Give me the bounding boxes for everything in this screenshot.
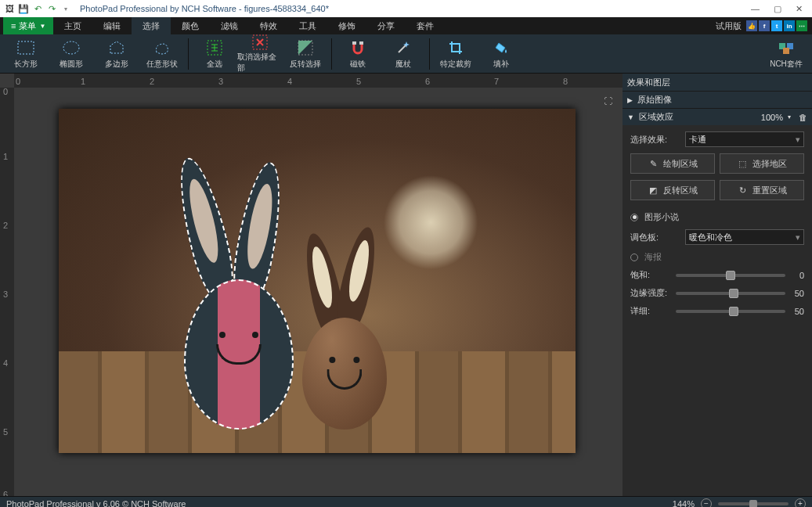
chevron-down-icon[interactable]: ▾ — [788, 113, 791, 120]
ruler-tick: 8 — [563, 77, 568, 86]
toolbar: 长方形 椭圆形 多边形 任意形状 全选 取消选择全部 反转选择 磁铁 魔杖 特定… — [0, 34, 812, 74]
brush-icon: ✎ — [648, 158, 659, 169]
palette-label: 调色板: — [630, 232, 679, 243]
chevron-down-icon: ▼ — [39, 23, 45, 30]
tool-magnet[interactable]: 磁铁 — [335, 35, 381, 73]
ruler-horizontal: 0 1 2 3 4 5 6 7 8 — [14, 74, 623, 88]
radio-label: 图形小说 — [644, 211, 679, 223]
menu-share[interactable]: 分享 — [366, 17, 406, 34]
minimize-button[interactable]: — — [751, 4, 760, 14]
select-area-button[interactable]: ⬚选择地区 — [720, 153, 804, 174]
draw-region-button[interactable]: ✎绘制区域 — [630, 153, 715, 174]
effect-label: 选择效果: — [630, 134, 679, 146]
tool-nch-suite[interactable]: NCH套件 — [763, 35, 809, 73]
tool-crop[interactable]: 特定裁剪 — [433, 35, 478, 73]
menu-fx[interactable]: 特效 — [249, 17, 288, 34]
menu-select[interactable]: 选择 — [132, 17, 171, 34]
detail-slider[interactable] — [676, 310, 785, 313]
svg-point-1 — [63, 41, 79, 54]
zoom-slider[interactable] — [718, 502, 789, 505]
share-icon[interactable]: ⋯ — [796, 20, 807, 31]
tool-fill[interactable]: 填补 — [478, 35, 524, 73]
menu-home[interactable]: 主页 — [53, 17, 92, 34]
menu-color[interactable]: 颜色 — [171, 17, 210, 34]
tool-polygon[interactable]: 多边形 — [94, 35, 139, 73]
tool-label: 填补 — [493, 59, 509, 70]
save-icon[interactable]: 💾 — [17, 2, 30, 15]
expand-icon[interactable]: ⛶ — [601, 94, 615, 108]
tool-label: NCH套件 — [770, 59, 803, 70]
reset-region-button[interactable]: ↻重置区域 — [720, 180, 804, 200]
slider-value: 50 — [790, 289, 804, 298]
title-bar: 🖼 💾 ↶ ↷ ▾ PhotoPad Professional by NCH S… — [0, 0, 812, 17]
trash-icon[interactable]: 🗑 — [799, 113, 807, 122]
tool-selectall[interactable]: 全选 — [192, 35, 237, 73]
panel-body: 选择效果: 卡通 ✎绘制区域 ⬚选择地区 ◩反转区域 ↻重置区域 图形小说 调色… — [623, 125, 812, 323]
tool-rect[interactable]: 长方形 — [3, 35, 49, 73]
redo-icon[interactable]: ↷ — [45, 2, 58, 15]
main-menu-button[interactable]: ≡ 菜单 ▼ — [3, 17, 53, 34]
tool-wand[interactable]: 魔杖 — [381, 35, 426, 73]
button-label: 反转区域 — [663, 185, 698, 196]
effect-select[interactable]: 卡通 — [685, 131, 804, 147]
zoom-in-button[interactable]: + — [795, 498, 806, 508]
menu-retouch[interactable]: 修饰 — [327, 17, 366, 34]
toolbar-separator — [188, 38, 189, 70]
facebook-icon[interactable]: f — [759, 20, 770, 31]
ruler-tick: 2 — [3, 221, 8, 230]
tool-freeform[interactable]: 任意形状 — [139, 35, 185, 73]
marquee-icon: ⬚ — [737, 158, 748, 169]
close-button[interactable]: ✕ — [796, 4, 803, 14]
ruler-tick: 6 — [425, 77, 430, 86]
ruler-tick: 1 — [3, 152, 8, 161]
rabbit-small — [278, 226, 411, 430]
ruler-tick: 0 — [16, 77, 20, 86]
menu-filter[interactable]: 滤镜 — [210, 17, 249, 34]
zoom-percent: 144% — [673, 499, 695, 508]
social-icons: 👍 f t in ⋯ — [746, 20, 807, 31]
quick-access-toolbar: 🖼 💾 ↶ ↷ ▾ — [3, 2, 72, 15]
tool-label: 任意形状 — [146, 59, 178, 70]
slider-value: 0 — [790, 271, 804, 280]
window-title: PhotoPad Professional by NCH Software - … — [80, 4, 329, 13]
radio-graphic-novel[interactable] — [630, 214, 638, 221]
saturation-slider[interactable] — [676, 274, 785, 277]
ruler-tick: 3 — [3, 289, 8, 299]
tool-label: 磁铁 — [350, 59, 366, 70]
tool-deselect[interactable]: 取消选择全部 — [237, 35, 283, 73]
twitter-icon[interactable]: t — [771, 20, 782, 31]
menu-label: 菜单 — [19, 20, 36, 32]
workspace: 0 1 2 3 4 5 6 7 8 0 1 2 3 4 5 6 ⛶ — [0, 74, 812, 496]
palette-select[interactable]: 暖色和冷色 — [685, 229, 804, 245]
chevron-down-icon[interactable]: ▾ — [60, 2, 72, 15]
linkedin-icon[interactable]: in — [784, 20, 795, 31]
panel-header: 效果和图层 — [623, 74, 812, 91]
menu-edit[interactable]: 编辑 — [92, 17, 132, 34]
ruler-tick: 2 — [150, 77, 154, 86]
svg-rect-0 — [18, 41, 34, 54]
menu-suite[interactable]: 套件 — [406, 17, 445, 34]
chevron-down-icon: ▼ — [627, 113, 634, 121]
canvas[interactable] — [59, 109, 576, 453]
tool-ellipse[interactable]: 椭圆形 — [49, 35, 94, 73]
like-icon[interactable]: 👍 — [746, 20, 757, 31]
menu-tools[interactable]: 工具 — [288, 17, 327, 34]
section-original[interactable]: ▶ 原始图像 — [623, 91, 812, 108]
tool-invert[interactable]: 反转选择 — [283, 35, 328, 73]
app-icon: 🖼 — [3, 2, 16, 15]
undo-icon[interactable]: ↶ — [31, 2, 44, 15]
tool-label: 椭圆形 — [60, 59, 83, 70]
maximize-button[interactable]: ▢ — [774, 4, 781, 14]
ruler-vertical: 0 1 2 3 4 5 6 — [0, 88, 14, 496]
ruler-tick: 6 — [3, 490, 8, 496]
radio-poster[interactable] — [630, 254, 638, 261]
invert-region-button[interactable]: ◩反转区域 — [630, 180, 715, 200]
ruler-tick: 5 — [3, 427, 8, 437]
invert-icon: ◩ — [648, 185, 659, 196]
edge-strength-slider[interactable] — [676, 292, 785, 295]
section-region-effect[interactable]: ▼ 区域效应 100% ▾ 🗑 — [623, 108, 812, 125]
svg-rect-9 — [783, 48, 789, 54]
canvas-image — [59, 109, 576, 453]
ruler-tick: 5 — [356, 77, 361, 86]
zoom-out-button[interactable]: − — [701, 498, 712, 508]
